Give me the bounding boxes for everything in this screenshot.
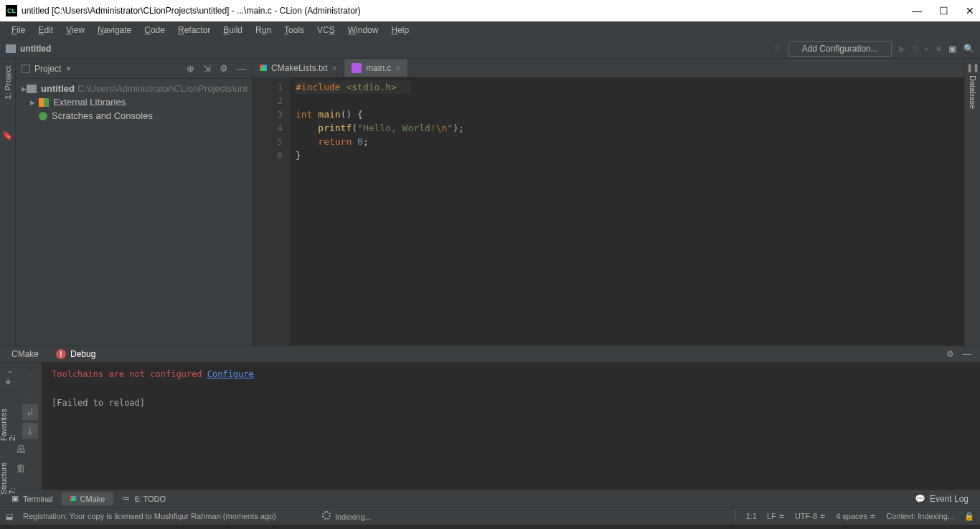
expand-arrow-icon[interactable]: ▶ xyxy=(30,99,39,106)
sidebar-tab-project[interactable]: 1: Project xyxy=(2,63,14,102)
menu-vcs[interactable]: VCS xyxy=(311,24,341,37)
menu-help[interactable]: Help xyxy=(385,24,415,37)
right-tool-stripe: ❚❚ Database xyxy=(964,59,980,345)
stop-icon[interactable]: ■ xyxy=(936,44,941,54)
cmake-label: CMake xyxy=(80,495,105,503)
bottom-tab-eventlog[interactable]: 💬 Event Log xyxy=(906,492,977,506)
tree-external-libraries[interactable]: ▶ External Libraries xyxy=(16,95,252,109)
tab-label: CMakeLists.txt xyxy=(271,63,328,73)
locate-icon[interactable]: ⊕ xyxy=(187,63,194,74)
project-view-selector[interactable]: Project ▼ xyxy=(22,64,72,74)
gear-icon[interactable]: ⚙ xyxy=(220,63,228,74)
navigation-bar: untitled ↖ Add Configuration... ▶ ⌗ ▸ ■ … xyxy=(0,39,980,59)
project-title-label: Project xyxy=(34,64,61,74)
todo-icon: ≔ xyxy=(122,494,130,503)
expand-arrow-icon[interactable]: ▶ xyxy=(22,85,27,92)
menu-navigate[interactable]: Navigate xyxy=(92,24,137,37)
hide-icon[interactable]: — xyxy=(237,63,246,74)
code-area[interactable]: #include <stdio.h> int main() { printf("… xyxy=(290,77,964,345)
status-bar: ⬓ Registration: Your copy is licensed to… xyxy=(0,507,980,525)
status-position[interactable]: 1:1 xyxy=(746,512,757,520)
cmake-icon xyxy=(70,496,76,501)
search-everywhere-icon[interactable]: 🔍 xyxy=(963,44,974,54)
sidebar-tab-structure[interactable]: 7: Structure xyxy=(0,462,17,495)
scratches-label: Scratches and Consoles xyxy=(52,110,153,121)
sidebar-tab-favorites[interactable]: 2: Favorites xyxy=(0,409,17,441)
main-area: 1: Project 🔖 Project ▼ ⊕ ⇲ ⚙ — ▶ untitle… xyxy=(0,59,980,345)
gear-icon[interactable]: ⚙ xyxy=(946,349,954,359)
external-libraries-label: External Libraries xyxy=(53,97,126,108)
folder-icon xyxy=(27,85,37,93)
tree-scratches[interactable]: Scratches and Consoles xyxy=(16,109,252,123)
app-icon: CL xyxy=(6,5,17,16)
cmake-icon xyxy=(260,65,267,71)
menu-edit[interactable]: Edit xyxy=(32,24,59,37)
lock-icon[interactable]: 🔒 xyxy=(964,512,974,521)
menu-code[interactable]: Code xyxy=(138,24,171,37)
eventlog-label: Event Log xyxy=(930,494,969,504)
pause-icon[interactable]: ❚❚ xyxy=(966,63,979,72)
error-text: Toolchains are not configured xyxy=(52,369,202,379)
statusbar-toggle-icon[interactable]: ⬓ xyxy=(6,512,13,521)
up-icon[interactable]: ↑ xyxy=(22,367,38,383)
project-tool-window: Project ▼ ⊕ ⇲ ⚙ — ▶ untitled C:\Users\Ad… xyxy=(16,59,253,345)
menu-window[interactable]: Window xyxy=(342,24,385,37)
left-tool-stripe: 1: Project 🔖 xyxy=(0,59,16,345)
configure-link[interactable]: Configure xyxy=(207,369,254,379)
status-indent[interactable]: 4 spaces ≑ xyxy=(836,512,876,521)
editor[interactable]: 123456 #include <stdio.h> int main() { p… xyxy=(253,77,964,345)
debug-tool-tabs: CMake ! Debug ⚙ — xyxy=(0,345,980,363)
maximize-button[interactable]: ☐ xyxy=(939,5,948,16)
wrap-icon[interactable]: ↲ xyxy=(22,404,38,420)
debug-icon[interactable]: ⌗ xyxy=(913,44,918,54)
status-line-sep[interactable]: LF ≑ xyxy=(767,512,785,521)
breadcrumb[interactable]: untitled xyxy=(20,44,51,54)
menu-file[interactable]: File xyxy=(6,24,31,37)
status-encoding[interactable]: UTF-8 ≑ xyxy=(795,512,826,521)
close-button[interactable]: ✕ xyxy=(966,5,974,16)
status-indexing: Indexing... xyxy=(335,513,372,521)
editor-tabs: CMakeLists.txt × main.c × xyxy=(253,59,964,77)
menu-build[interactable]: Build xyxy=(217,24,248,37)
down-icon[interactable]: ↓ xyxy=(22,386,38,401)
bottom-tool-stripe: ▣ Terminal CMake ≔ 6: TODO 💬 Event Log xyxy=(0,490,980,507)
tool-output[interactable]: Toolchains are not configured Configure … xyxy=(42,363,980,490)
hide-icon[interactable]: — xyxy=(963,349,971,359)
tool-tab-debug[interactable]: ! Debug xyxy=(47,347,104,361)
sidebar-tab-database[interactable]: Database xyxy=(967,72,979,112)
terminal-label: Terminal xyxy=(23,495,53,503)
tab-main-c[interactable]: main.c × xyxy=(344,59,408,77)
project-tree[interactable]: ▶ untitled C:\Users\Administrator\CLionP… xyxy=(16,79,252,345)
project-icon xyxy=(22,65,30,73)
spinner-icon xyxy=(322,511,331,520)
scroll-icon[interactable]: ⤓ xyxy=(22,423,38,439)
add-configuration-button[interactable]: Add Configuration... xyxy=(788,41,892,57)
expand-icon[interactable]: ⇲ xyxy=(203,63,211,74)
layout-icon[interactable]: ▣ xyxy=(948,44,956,54)
close-tab-icon[interactable]: × xyxy=(395,64,400,72)
window-title: untitled [C:\Users\Administrator\CLionPr… xyxy=(22,6,912,16)
tool-tab-cmake[interactable]: CMake xyxy=(3,347,47,361)
todo-label: 6: TODO xyxy=(134,495,166,503)
menu-view[interactable]: View xyxy=(60,24,90,37)
chevron-down-icon: ▼ xyxy=(65,65,72,72)
bottom-tab-cmake[interactable]: CMake xyxy=(62,492,114,505)
menu-tools[interactable]: Tools xyxy=(278,24,310,37)
minimize-button[interactable]: — xyxy=(912,5,922,16)
bottom-tab-todo[interactable]: ≔ 6: TODO xyxy=(113,492,174,505)
library-icon xyxy=(39,98,49,107)
c-file-icon xyxy=(352,63,362,73)
menu-refactor[interactable]: Refactor xyxy=(172,24,216,37)
project-header: Project ▼ ⊕ ⇲ ⚙ — xyxy=(16,59,252,79)
tab-cmakelists[interactable]: CMakeLists.txt × xyxy=(253,59,344,77)
build-hammer-icon[interactable]: ↖ xyxy=(774,44,781,54)
run-icon[interactable]: ▶ xyxy=(899,44,905,54)
error-icon: ! xyxy=(56,349,66,359)
close-tab-icon[interactable]: × xyxy=(332,64,336,72)
status-context[interactable]: Context: Indexing... xyxy=(886,512,954,520)
coverage-icon[interactable]: ▸ xyxy=(925,44,929,54)
tree-root[interactable]: ▶ untitled C:\Users\Administrator\CLionP… xyxy=(16,82,252,95)
left-tool-stripe-bottom: ★ 2: Favorites 7: Structure xyxy=(0,373,16,496)
window-titlebar: CL untitled [C:\Users\Administrator\CLio… xyxy=(0,0,980,22)
menu-run[interactable]: Run xyxy=(250,24,277,37)
